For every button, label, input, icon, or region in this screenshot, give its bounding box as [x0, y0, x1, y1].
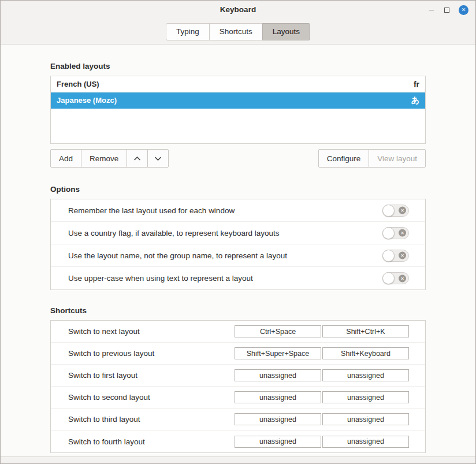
keybinding-pair: Shift+Super+Space Shift+Keyboard — [235, 347, 409, 359]
keybinding-button-1[interactable]: unassigned — [235, 391, 321, 403]
shortcut-row-fourth-layout: Switch to fourth layout unassigned unass… — [51, 430, 425, 452]
move-layout-up-button[interactable] — [127, 149, 148, 168]
layout-row-french[interactable]: French (US) fr — [51, 76, 425, 92]
shortcut-label: Switch to previous layout — [68, 349, 154, 358]
remove-layout-button[interactable]: Remove — [81, 149, 127, 168]
shortcut-row-second-layout: Switch to second layout unassigned unass… — [51, 387, 425, 409]
option-row-country-flag: Use a country flag, if available, to rep… — [51, 222, 425, 244]
keybinding-button-1[interactable]: Ctrl+Space — [235, 325, 321, 337]
layout-indicator-badge: あ — [411, 95, 419, 106]
tab-group: Typing Shortcuts Layouts — [166, 23, 310, 40]
shortcut-label: Switch to second layout — [68, 393, 150, 402]
keybinding-pair: unassigned unassigned — [235, 369, 409, 381]
option-label: Remember the last layout used for each w… — [68, 206, 235, 215]
layout-name: French (US) — [57, 80, 99, 88]
keybinding-button-2[interactable]: unassigned — [322, 436, 409, 448]
options-panel: Remember the last layout used for each w… — [50, 199, 426, 290]
keybinding-button-1[interactable]: unassigned — [235, 369, 321, 381]
chevron-up-icon — [133, 154, 141, 163]
layout-name: Japanese (Mozc) — [57, 96, 117, 105]
window-controls: ─ ✕ — [428, 1, 468, 19]
move-layout-down-button[interactable] — [147, 149, 169, 168]
shortcut-label: Switch to fourth layout — [68, 437, 145, 446]
option-row-layout-name: Use the layout name, not the group name,… — [51, 244, 425, 267]
keybinding-button-1[interactable]: unassigned — [235, 436, 321, 448]
titlebar: Keyboard ─ ✕ — [1, 1, 475, 19]
toggle-off-icon: ✕ — [399, 207, 406, 214]
keybinding-pair: unassigned unassigned — [235, 436, 409, 448]
tab-typing[interactable]: Typing — [166, 23, 210, 40]
shortcuts-panel: Switch to next layout Ctrl+Space Shift+C… — [50, 320, 426, 453]
shortcuts-heading: Shortcuts — [50, 290, 426, 320]
keybinding-button-2[interactable]: unassigned — [322, 391, 409, 403]
window-title: Keyboard — [1, 1, 475, 19]
layout-indicator-badge: fr — [414, 80, 419, 89]
enabled-layouts-list: French (US) fr Japanese (Mozc) あ — [50, 76, 426, 144]
options-heading: Options — [50, 168, 426, 199]
toggle-knob — [382, 250, 395, 262]
enabled-layouts-heading: Enabled layouts — [50, 44, 426, 76]
layout-row-japanese[interactable]: Japanese (Mozc) あ — [51, 92, 425, 109]
keybinding-button-2[interactable]: unassigned — [322, 369, 409, 381]
keybinding-button-2[interactable]: unassigned — [322, 413, 409, 425]
shortcut-row-next-layout: Switch to next layout Ctrl+Space Shift+C… — [51, 321, 425, 343]
window-bottom-edge — [1, 456, 475, 463]
toggle-knob — [382, 205, 395, 217]
keybinding-button-2[interactable]: Shift+Keyboard — [322, 347, 409, 359]
add-layout-button[interactable]: Add — [50, 149, 81, 168]
shortcut-row-first-layout: Switch to first layout unassigned unassi… — [51, 365, 425, 387]
shortcut-row-previous-layout: Switch to previous layout Shift+Super+Sp… — [51, 343, 425, 365]
keybinding-pair: unassigned unassigned — [235, 391, 409, 403]
toggle-knob — [382, 272, 395, 284]
option-row-remember-layout: Remember the last layout used for each w… — [51, 199, 425, 222]
shortcut-label: Switch to third layout — [68, 415, 140, 424]
keybinding-button-1[interactable]: Shift+Super+Space — [235, 347, 321, 359]
option-label: Use the layout name, not the group name,… — [68, 251, 287, 260]
layout-list-toolbar: Add Remove Configure View layout — [50, 149, 426, 168]
country-flag-toggle[interactable]: ✕ — [382, 227, 409, 239]
option-row-upper-case: Use upper-case when using text to repres… — [51, 267, 425, 289]
keybinding-button-1[interactable]: unassigned — [235, 413, 321, 425]
close-icon[interactable]: ✕ — [459, 5, 468, 15]
keybinding-pair: unassigned unassigned — [235, 413, 409, 425]
keybinding-button-2[interactable]: Shift+Ctrl+K — [322, 325, 409, 337]
keybinding-pair: Ctrl+Space Shift+Ctrl+K — [235, 325, 409, 337]
shortcut-label: Switch to first layout — [68, 371, 137, 380]
minimize-icon[interactable]: ─ — [428, 8, 435, 12]
shortcut-row-third-layout: Switch to third layout unassigned unassi… — [51, 409, 425, 430]
toggle-off-icon: ✕ — [399, 229, 406, 237]
option-label: Use a country flag, if available, to rep… — [68, 229, 279, 237]
toggle-knob — [382, 227, 395, 239]
tab-bar: Typing Shortcuts Layouts — [1, 19, 475, 44]
shortcut-label: Switch to next layout — [68, 327, 140, 336]
maximize-icon[interactable] — [444, 8, 449, 13]
tab-layouts[interactable]: Layouts — [262, 23, 310, 40]
toggle-off-icon: ✕ — [399, 252, 406, 259]
remember-layout-toggle[interactable]: ✕ — [382, 205, 409, 217]
layouts-page: Enabled layouts French (US) fr Japanese … — [1, 44, 475, 456]
option-label: Use upper-case when using text to repres… — [68, 274, 253, 283]
chevron-down-icon — [154, 154, 162, 163]
keyboard-settings-window: Keyboard ─ ✕ Typing Shortcuts Layouts En… — [0, 0, 476, 464]
toggle-off-icon: ✕ — [399, 274, 406, 282]
upper-case-toggle[interactable]: ✕ — [382, 272, 409, 284]
configure-layout-button[interactable]: Configure — [318, 149, 370, 168]
list-edit-button-group: Add Remove — [50, 149, 169, 168]
tab-shortcuts[interactable]: Shortcuts — [209, 23, 263, 40]
layout-action-button-group: Configure View layout — [318, 149, 426, 168]
view-layout-button[interactable]: View layout — [369, 149, 426, 168]
layout-name-toggle[interactable]: ✕ — [382, 250, 409, 262]
